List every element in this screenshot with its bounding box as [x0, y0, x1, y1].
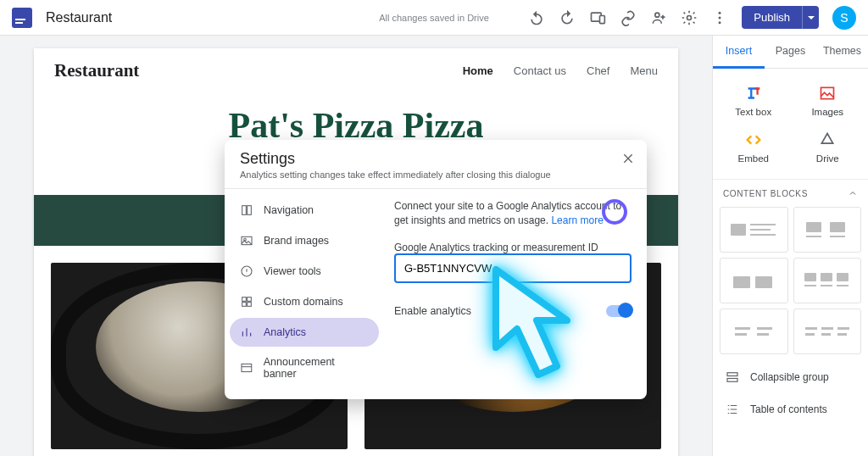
sites-logo[interactable]: [12, 8, 32, 28]
svg-rect-43: [837, 333, 847, 336]
nav-home[interactable]: Home: [463, 64, 493, 77]
learn-more-link[interactable]: Learn more: [551, 214, 603, 226]
svg-rect-35: [735, 333, 747, 336]
svg-rect-27: [755, 276, 772, 288]
settings-nav-label: Brand images: [264, 235, 329, 247]
svg-rect-30: [837, 273, 849, 281]
save-status: All changes saved in Drive: [379, 13, 489, 23]
close-icon[interactable]: [621, 152, 635, 169]
undo-icon[interactable]: [528, 9, 545, 26]
publish-dropdown[interactable]: [802, 6, 819, 29]
insert-collapsible-group[interactable]: Collapsible group: [713, 361, 868, 393]
insert-embed[interactable]: Embed: [716, 124, 791, 170]
insert-drive[interactable]: Drive: [791, 124, 865, 170]
enable-analytics-toggle[interactable]: [606, 305, 632, 317]
svg-rect-12: [242, 298, 247, 302]
insert-label: Drive: [816, 153, 839, 164]
settings-dialog: Settings Analytics setting changes take …: [225, 140, 647, 399]
drive-icon: [818, 131, 837, 149]
content-block-template[interactable]: [793, 207, 862, 253]
svg-rect-18: [731, 224, 746, 236]
nav-menu[interactable]: Menu: [630, 64, 658, 77]
svg-rect-34: [735, 327, 750, 330]
svg-rect-38: [805, 327, 817, 330]
settings-nav-label: Custom domains: [264, 296, 343, 308]
svg-rect-29: [821, 273, 832, 281]
svg-rect-28: [804, 273, 816, 281]
enable-analytics-label: Enable analytics: [394, 305, 471, 317]
publish-button[interactable]: Publish: [742, 6, 802, 29]
share-person-icon[interactable]: [650, 9, 667, 26]
account-avatar[interactable]: S: [832, 6, 856, 30]
list-item-label: Table of contents: [750, 403, 827, 415]
dialog-title: Settings: [240, 150, 632, 168]
nav-chef[interactable]: Chef: [587, 64, 609, 77]
tab-insert[interactable]: Insert: [713, 36, 765, 69]
svg-point-3: [687, 15, 692, 19]
insert-text-box[interactable]: Text box: [716, 77, 791, 124]
svg-rect-25: [830, 236, 845, 237]
svg-rect-7: [242, 206, 247, 215]
svg-point-4: [719, 11, 721, 14]
nav-contact[interactable]: Contact us: [514, 64, 566, 77]
link-icon[interactable]: [620, 9, 637, 26]
svg-rect-21: [750, 234, 776, 236]
analytics-description: Connect your site to a Google Analytics …: [394, 199, 632, 228]
settings-nav-label: Navigation: [264, 204, 314, 216]
settings-nav-announcement-banner[interactable]: Announcement banner: [230, 348, 379, 387]
svg-rect-23: [830, 222, 845, 232]
svg-point-2: [655, 13, 659, 17]
settings-nav-label: Analytics: [264, 326, 306, 338]
settings-nav: Navigation Brand images Viewer tools Cus…: [225, 189, 384, 399]
svg-rect-22: [806, 222, 821, 232]
svg-rect-19: [750, 224, 776, 225]
svg-rect-45: [727, 379, 737, 382]
settings-nav-viewer-tools[interactable]: Viewer tools: [230, 257, 379, 286]
svg-rect-36: [757, 327, 772, 330]
content-block-template[interactable]: [720, 207, 788, 253]
insert-label: Embed: [738, 153, 769, 164]
content-block-template[interactable]: [793, 309, 862, 354]
content-block-template[interactable]: [720, 309, 788, 354]
svg-rect-40: [821, 327, 833, 330]
site-nav: Home Contact us Chef Menu: [463, 64, 658, 77]
svg-rect-33: [837, 285, 849, 286]
settings-nav-brand-images[interactable]: Brand images: [230, 226, 379, 255]
settings-pane: Connect your site to a Google Analytics …: [384, 189, 647, 399]
tracking-id-input[interactable]: [394, 253, 632, 283]
text-box-icon: [744, 84, 763, 103]
svg-rect-37: [757, 333, 769, 336]
document-title[interactable]: Restaurant: [46, 10, 112, 25]
preview-devices-icon[interactable]: [589, 9, 606, 26]
content-blocks-header[interactable]: CONTENT BLOCKS: [713, 180, 868, 207]
svg-rect-39: [805, 333, 815, 336]
svg-rect-41: [821, 333, 831, 336]
settings-nav-analytics[interactable]: Analytics: [230, 318, 379, 347]
svg-rect-1: [600, 15, 605, 23]
site-header-title[interactable]: Restaurant: [54, 60, 139, 81]
chevron-up-icon: [848, 188, 858, 198]
content-blocks-grid: [713, 207, 868, 361]
svg-rect-24: [806, 236, 821, 237]
svg-rect-15: [248, 303, 252, 307]
svg-rect-31: [804, 285, 816, 286]
more-vertical-icon[interactable]: [711, 9, 728, 26]
settings-nav-navigation[interactable]: Navigation: [230, 196, 379, 225]
redo-icon[interactable]: [559, 9, 576, 26]
content-block-template[interactable]: [793, 258, 862, 303]
svg-rect-8: [248, 206, 252, 215]
tab-themes[interactable]: Themes: [816, 36, 868, 68]
insert-table-of-contents[interactable]: Table of contents: [713, 393, 868, 425]
settings-nav-label: Announcement banner: [264, 356, 369, 380]
insert-label: Text box: [735, 107, 771, 117]
right-sidebar: Insert Pages Themes Text box Images Embe…: [712, 36, 868, 456]
svg-rect-42: [837, 327, 849, 330]
gear-icon[interactable]: [681, 9, 698, 26]
tab-pages[interactable]: Pages: [765, 36, 816, 68]
insert-images[interactable]: Images: [791, 77, 865, 124]
content-block-template[interactable]: [720, 258, 788, 303]
images-icon: [818, 84, 837, 103]
settings-nav-custom-domains[interactable]: Custom domains: [230, 287, 379, 316]
insert-label: Images: [811, 107, 843, 117]
svg-rect-32: [821, 285, 832, 286]
